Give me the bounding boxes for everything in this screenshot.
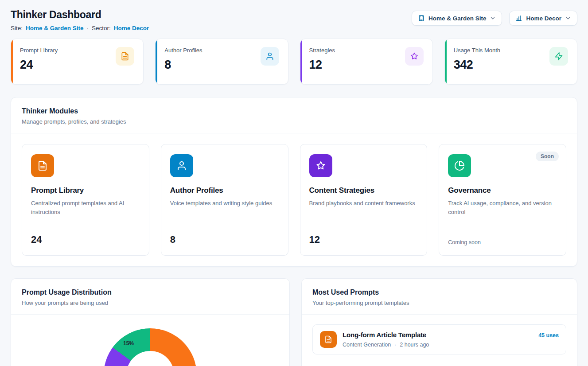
module-value: 8 <box>170 234 279 245</box>
stat-label: Prompt Library <box>20 47 58 54</box>
page-title: Thinker Dashboard <box>11 9 149 21</box>
site-selector-button[interactable]: Home & Garden Site <box>412 11 502 26</box>
prompt-item-text: Long-form Article Template Content Gener… <box>343 331 429 348</box>
prompt-uses-badge: 45 uses <box>538 331 559 339</box>
donut-data-label: 15% <box>123 340 134 347</box>
module-description: Track AI usage, compliance, and version … <box>448 199 557 217</box>
header-left: Thinker Dashboard Site: Home & Garden Si… <box>11 9 149 31</box>
bottom-row: Prompt Usage Distribution How your promp… <box>11 278 577 366</box>
module-title: Content Strategies <box>309 186 418 195</box>
prompt-time: 2 hours ago <box>400 342 429 348</box>
separator-dot: · <box>394 342 396 348</box>
stat-card-prompt-library: Prompt Library 24 <box>11 39 144 85</box>
module-card-governance[interactable]: Soon Governance Track AI usage, complian… <box>439 144 566 256</box>
module-card-author-profiles[interactable]: Author Profiles Voice templates and writ… <box>161 144 288 256</box>
user-icon <box>170 154 193 177</box>
stat-text: Strategies 12 <box>309 47 335 76</box>
module-description: Centralized prompt templates and AI inst… <box>31 199 140 217</box>
stat-label: Strategies <box>309 47 335 54</box>
stat-card-strategies: Strategies 12 <box>300 39 433 85</box>
prompts-header: Most Used Prompts Your top-performing pr… <box>302 279 577 315</box>
stats-row: Prompt Library 24 Author Profiles 8 Stra… <box>11 39 577 85</box>
usage-title: Prompt Usage Distribution <box>22 288 279 296</box>
list-item[interactable]: Long-form Article Template Content Gener… <box>312 324 566 354</box>
module-title: Prompt Library <box>31 186 140 195</box>
site-label: Site: <box>11 25 23 31</box>
stat-label: Usage This Month <box>454 47 500 54</box>
site-selector-label: Home & Garden Site <box>428 15 487 22</box>
chevron-down-icon <box>565 15 571 21</box>
module-footer: 24 <box>31 234 140 245</box>
stat-value: 342 <box>454 58 500 72</box>
module-value: 12 <box>309 234 418 245</box>
stat-value: 8 <box>164 58 202 72</box>
module-title: Governance <box>448 186 557 195</box>
building-icon <box>418 15 425 22</box>
module-footer: 8 <box>170 234 279 245</box>
thinker-modules-panel: Thinker Modules Manage prompts, profiles… <box>11 97 577 267</box>
usage-header: Prompt Usage Distribution How your promp… <box>11 279 289 315</box>
coming-soon-text: Coming soon <box>448 239 557 245</box>
modules-subtitle: Manage prompts, profiles, and strategies <box>22 118 566 125</box>
stat-card-author-profiles: Author Profiles 8 <box>155 39 288 85</box>
module-description: Brand playbooks and content frameworks <box>309 199 418 208</box>
site-link[interactable]: Home & Garden Site <box>26 25 84 31</box>
file-text-icon <box>116 47 134 66</box>
stat-text: Prompt Library 24 <box>20 47 58 76</box>
donut-chart: 15% <box>104 328 197 366</box>
prompts-list: Long-form Article Template Content Gener… <box>302 315 577 364</box>
module-footer: 12 <box>309 234 418 245</box>
stat-label: Author Profiles <box>164 47 202 54</box>
module-card-content-strategies[interactable]: Content Strategies Brand playbooks and c… <box>300 144 428 256</box>
prompt-item-title: Long-form Article Template <box>343 331 429 339</box>
usage-subtitle: How your prompts are being used <box>22 300 279 306</box>
sector-label: Sector: <box>92 25 111 31</box>
usage-distribution-panel: Prompt Usage Distribution How your promp… <box>11 278 290 366</box>
file-text-icon <box>320 331 337 348</box>
divider <box>448 232 557 232</box>
stat-value: 24 <box>20 58 58 72</box>
modules-grid: Prompt Library Centralized prompt templa… <box>11 133 577 266</box>
prompt-category: Content Generation <box>343 342 391 348</box>
stat-text: Author Profiles 8 <box>164 47 202 76</box>
module-description: Voice templates and writing style guides <box>170 199 279 208</box>
sparkle-star-icon <box>309 154 332 177</box>
prompts-subtitle: Your top-performing prompt templates <box>312 300 566 306</box>
header-actions: Home & Garden Site Home Decor <box>412 11 577 26</box>
prompts-title: Most Used Prompts <box>312 288 566 296</box>
sector-link[interactable]: Home Decor <box>114 25 149 31</box>
stat-card-usage: Usage This Month 342 <box>444 39 577 85</box>
separator-dot: · <box>87 25 89 31</box>
chevron-down-icon <box>490 15 496 21</box>
most-used-prompts-panel: Most Used Prompts Your top-performing pr… <box>301 278 577 366</box>
bar-chart-icon <box>515 15 522 22</box>
pie-chart-icon <box>448 154 471 177</box>
module-value: 24 <box>31 234 140 245</box>
module-title: Author Profiles <box>170 186 279 195</box>
modules-header: Thinker Modules Manage prompts, profiles… <box>11 97 577 133</box>
prompt-item-meta: Content Generation · 2 hours ago <box>343 342 429 348</box>
dashboard-page: Thinker Dashboard Site: Home & Garden Si… <box>0 0 588 366</box>
sector-selector-button[interactable]: Home Decor <box>509 11 577 26</box>
file-text-icon <box>31 154 54 177</box>
sector-selector-label: Home Decor <box>526 15 561 22</box>
stat-text: Usage This Month 342 <box>454 47 500 76</box>
stat-value: 12 <box>309 58 335 72</box>
modules-title: Thinker Modules <box>22 107 566 115</box>
usage-chart-area: 15% <box>11 328 289 366</box>
user-icon <box>261 47 279 66</box>
module-card-prompt-library[interactable]: Prompt Library Centralized prompt templa… <box>22 144 149 256</box>
soon-badge: Soon <box>536 152 559 161</box>
breadcrumb: Site: Home & Garden Site · Sector: Home … <box>11 25 149 31</box>
page-header: Thinker Dashboard Site: Home & Garden Si… <box>11 9 577 31</box>
module-footer: Coming soon <box>448 232 557 245</box>
sparkle-star-icon <box>405 47 424 66</box>
zap-icon <box>549 47 568 66</box>
